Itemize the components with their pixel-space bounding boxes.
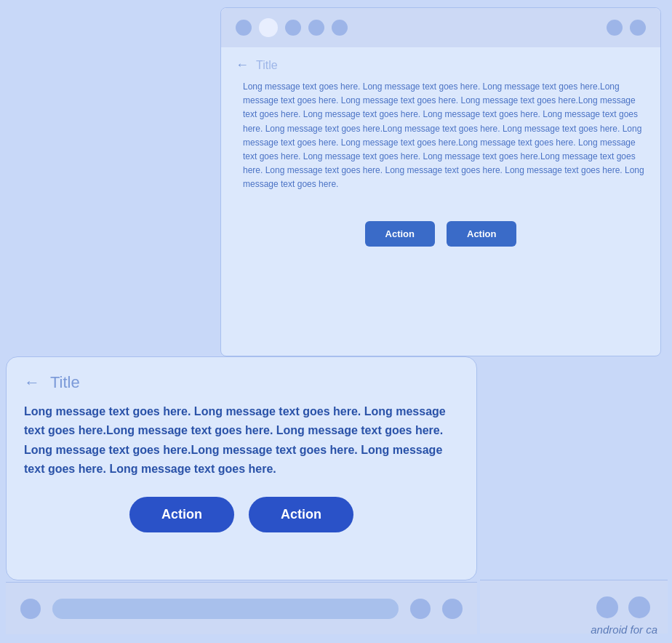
top-card-title: Title (256, 59, 278, 72)
back-arrow-icon[interactable]: ← (236, 57, 249, 73)
nav-pill[interactable] (52, 599, 399, 619)
top-action-button-1[interactable]: Action (365, 221, 435, 247)
top-bar-circle-3 (285, 20, 301, 36)
top-bar-circle-5 (332, 20, 348, 36)
bottom-nav-bar (6, 582, 477, 634)
top-card: ← Title Long message text goes here. Lon… (220, 7, 661, 356)
top-bar (221, 8, 660, 47)
nav-circle-left (20, 599, 41, 619)
top-action-button-2[interactable]: Action (447, 221, 516, 247)
top-card-message: Long message text goes here. Long messag… (221, 80, 660, 207)
nav-circle-right-2 (442, 599, 463, 619)
bottom-title-bar: ← Title (7, 357, 476, 402)
top-bar-circle-1 (236, 20, 252, 36)
top-bar-circle-7 (630, 20, 646, 36)
right-partial-circle-1 (596, 596, 618, 618)
top-bar-right (607, 20, 646, 36)
bottom-card-actions: Action Action (7, 492, 476, 546)
top-title-bar: ← Title (221, 47, 660, 80)
watermark: android for ca (591, 623, 657, 636)
top-bar-circle-4 (308, 20, 324, 36)
bottom-card: ← Title Long message text goes here. Lon… (6, 356, 477, 580)
top-bar-left (236, 18, 348, 37)
nav-circle-right-1 (410, 599, 431, 619)
top-bar-circle-2 (259, 18, 278, 37)
bottom-card-message: Long message text goes here. Long messag… (7, 402, 476, 492)
right-partial-circle-2 (628, 596, 650, 618)
bottom-action-button-1[interactable]: Action (129, 497, 234, 532)
top-card-actions: Action Action (221, 207, 660, 261)
bottom-card-title: Title (50, 373, 80, 392)
bottom-back-arrow-icon[interactable]: ← (24, 373, 40, 392)
bottom-action-button-2[interactable]: Action (249, 497, 353, 532)
top-bar-circle-6 (607, 20, 623, 36)
